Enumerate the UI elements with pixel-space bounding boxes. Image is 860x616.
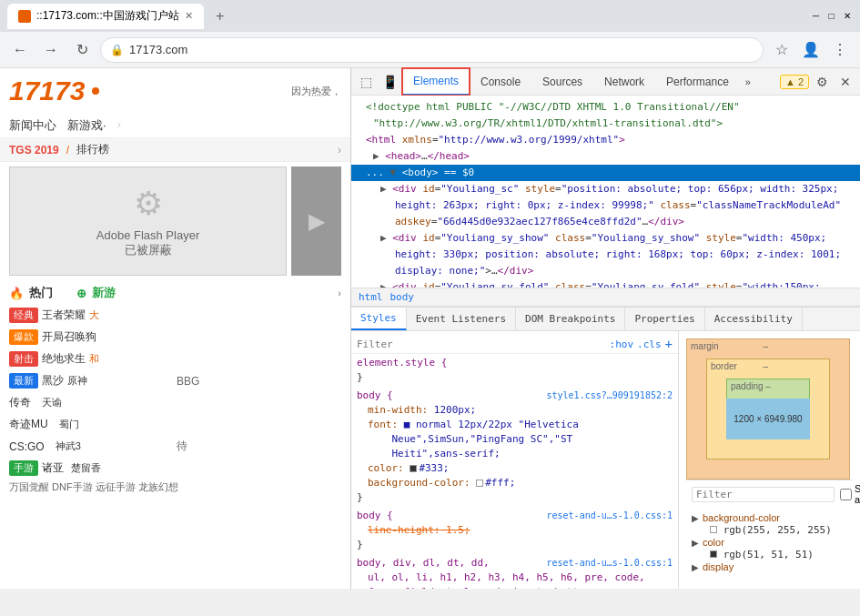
expand-arrow[interactable]: ▶ (380, 183, 387, 195)
tab-sources[interactable]: Sources (531, 68, 593, 96)
prop-expand-arrow[interactable]: ▶ (692, 562, 699, 572)
close-devtools-button[interactable]: ✕ (835, 71, 856, 93)
show-all-checkbox[interactable] (840, 489, 852, 500)
list-item: 奇迹MU 蜀门 (9, 415, 174, 434)
add-style-button[interactable]: + (665, 337, 673, 351)
html-tag: <div (392, 232, 417, 244)
settings-button[interactable]: ⚙ (811, 71, 833, 93)
tab-close-button[interactable]: ✕ (185, 10, 193, 22)
game-badge: 爆款 (9, 329, 38, 345)
css-source-link[interactable]: reset-and-u…s-1.0.css:1 (547, 556, 673, 571)
css-source-link[interactable]: style1.css?…909191852:2 (547, 389, 673, 403)
html-line: "http://www.w3.org/TR/xhtml1/DTD/xhtml1-… (351, 116, 860, 132)
tab-accessibility[interactable]: Accessibility (705, 308, 803, 330)
website-preview: 17173 因为热爱， 新闻中心 新游戏· › TGS 2019 / 排行榜 ›… (0, 68, 350, 589)
breadcrumb-html[interactable]: html (359, 291, 383, 303)
address-bar[interactable]: 🔒 17173.com (100, 37, 764, 63)
list-item (177, 306, 341, 325)
prop-item-bg-color: ▶ background-color (692, 511, 847, 524)
device-toolbar-button[interactable]: 📱 (379, 71, 400, 93)
html-line-selected[interactable]: ... ▼ <body> == $0 (351, 165, 860, 181)
banner-side: ▶ (291, 167, 341, 276)
url-text: 17173.com (129, 43, 187, 56)
html-line: ▶ <div id="Youliang_sy_fold" class="Youl… (351, 279, 860, 288)
warning-badge[interactable]: ▲ 2 (780, 75, 809, 89)
html-line: display: none;">…</div> (351, 263, 860, 279)
tab-elements[interactable]: Elements (402, 68, 470, 96)
close-window-button[interactable]: ✕ (841, 10, 853, 22)
html-line: ▶ <div id="Youliang_sy_show" class="Youl… (351, 230, 860, 247)
tab-event-listeners[interactable]: Event Listeners (407, 308, 516, 330)
css-property: line-height: 1.5; (357, 523, 673, 538)
color-dot (710, 526, 717, 533)
html-line: ▶ <head>…</head> (351, 148, 860, 165)
game-sub2: 神武3 (56, 439, 81, 453)
html-attr-val: "Youliang_sy_show" (440, 232, 549, 244)
inspect-element-button[interactable]: ⬚ (355, 71, 377, 93)
game-name: 待 (177, 439, 187, 454)
site-tagline: 因为热爱， (291, 85, 341, 98)
browser-tab[interactable]: ::17173.com::中国游戏门户站 ✕ (7, 4, 204, 29)
hov-toggle[interactable]: :hov (610, 338, 634, 350)
account-button[interactable]: 👤 (798, 37, 824, 63)
html-tag: </div> (498, 265, 534, 277)
html-content[interactable]: <!doctype html PUBLIC "-//W3C//DTD XHTML… (351, 96, 860, 288)
lock-icon: 🔒 (110, 44, 124, 56)
maximize-button[interactable]: □ (825, 10, 837, 22)
game-sub: 和 (89, 352, 99, 366)
expand-arrow[interactable]: ▶ (373, 150, 379, 162)
html-tag: </head> (428, 150, 470, 162)
html-attr-val: display: none;" (395, 265, 485, 277)
css-source-link[interactable]: reset-and-u…s-1.0.css:1 (547, 509, 673, 523)
forward-button[interactable]: → (38, 37, 64, 63)
styles-filter-input[interactable] (357, 338, 606, 350)
css-rule-body2: body { reset-and-u…s-1.0.css:1 line-heig… (351, 507, 678, 554)
tab-console[interactable]: Console (470, 68, 531, 96)
html-line: height: 263px; right: 0px; z-index: 9999… (351, 197, 860, 214)
prop-expand-arrow[interactable]: ▶ (692, 538, 699, 548)
cls-toggle[interactable]: .cls (637, 338, 662, 350)
css-selector: body { (357, 389, 393, 401)
new-game-label: 新游 (92, 285, 116, 301)
html-line: height: 330px; position: absolute; right… (351, 247, 860, 263)
box-model: margin – border – padding – (686, 338, 850, 480)
breadcrumb-body[interactable]: body (390, 291, 415, 303)
puzzle-icon: ⚙ (134, 185, 163, 223)
filter-row: :hov .cls + (351, 335, 678, 354)
tab-properties[interactable]: Properties (625, 308, 704, 330)
tab-favicon (18, 10, 31, 23)
back-button[interactable]: ← (7, 37, 33, 63)
html-line: <html xmlns="http://www.w3.org/1999/xhtm… (351, 132, 860, 148)
html-attr-name: id (422, 281, 434, 288)
expand-arrow[interactable]: ▶ (380, 281, 387, 288)
color-swatch (410, 465, 417, 472)
css-rule-multi: body, div, dl, dt, dd, reset-and-u…s-1.0… (351, 554, 678, 589)
expand-arrow[interactable]: ▼ (390, 167, 397, 178)
tab-styles[interactable]: Styles (351, 308, 407, 330)
prop-name: background-color (703, 512, 780, 523)
computed-filter-input[interactable] (692, 487, 835, 502)
tab-performance[interactable]: Performance (655, 68, 740, 96)
computed-filter-row: Show all (686, 480, 853, 508)
title-bar: ::17173.com::中国游戏门户站 ✕ + ─ □ ✕ (0, 0, 860, 32)
list-item (177, 415, 341, 434)
reload-button[interactable]: ↻ (69, 37, 95, 63)
tab-more-button[interactable]: » (740, 68, 756, 96)
new-tab-button[interactable]: + (209, 5, 231, 27)
expand-arrow[interactable]: ▶ (380, 232, 387, 244)
nav-item-news[interactable]: 新闻中心 (9, 117, 56, 134)
list-item: 最新 黑沙 原神 (9, 371, 174, 390)
html-attr-val: "classNameTrackModuleAd" (696, 199, 841, 211)
html-attr-name: id (422, 232, 434, 244)
minimize-button[interactable]: ─ (810, 10, 822, 22)
css-property: min-width: 1200px; (357, 403, 673, 418)
menu-button[interactable]: ⋮ (827, 37, 853, 63)
prop-expand-arrow[interactable]: ▶ (692, 513, 699, 523)
tab-network[interactable]: Network (593, 68, 655, 96)
tab-dom-breakpoints[interactable]: DOM Breakpoints (516, 308, 625, 330)
game-name: CS:GO (9, 440, 45, 453)
nav-item-games[interactable]: 新游戏· (67, 117, 106, 134)
bookmark-button[interactable]: ☆ (769, 37, 794, 63)
html-attr-name: style (706, 232, 736, 244)
html-attr-val: "width:150px; (742, 281, 820, 288)
